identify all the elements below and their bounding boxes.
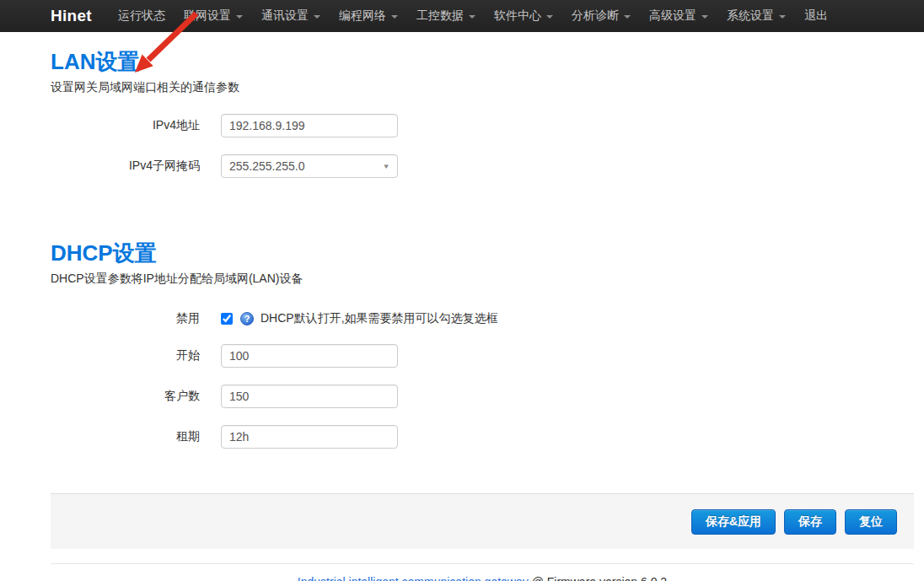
- nav-item-logout[interactable]: 退出: [795, 0, 837, 32]
- nav-item-label: 分析诊断: [572, 8, 619, 24]
- nav-item-network-settings[interactable]: 联网设置: [175, 0, 252, 32]
- nav-item-label: 运行状态: [118, 8, 165, 24]
- dhcp-start-input[interactable]: [221, 344, 398, 368]
- nav-item-label: 退出: [804, 8, 828, 24]
- ipv4-address-input[interactable]: [221, 114, 398, 137]
- nav-item-label: 通讯设置: [261, 8, 309, 24]
- dhcp-start-label: 开始: [51, 348, 200, 363]
- caret-down-icon: [236, 15, 243, 19]
- nav-item-comm-settings[interactable]: 通讯设置: [252, 0, 330, 32]
- dhcp-clients-label: 客户数: [51, 389, 200, 404]
- ipv4-address-label: IPv4地址: [51, 118, 200, 133]
- dhcp-disable-label: 禁用: [51, 311, 200, 326]
- dhcp-lease-label: 租期: [51, 429, 200, 444]
- save-button[interactable]: 保存: [784, 509, 836, 535]
- dhcp-lease-input[interactable]: [221, 425, 398, 449]
- select-dropdown-arrow-icon: ▼: [382, 163, 389, 170]
- ipv4-netmask-select[interactable]: 255.255.255.0 ▼: [221, 154, 398, 178]
- brand-logo[interactable]: Hinet: [51, 7, 92, 25]
- lan-settings-title: LAN设置: [51, 32, 914, 74]
- form-row-dhcp-start: 开始: [51, 344, 914, 368]
- footer-divider: [51, 563, 914, 564]
- nav-item-advanced-settings[interactable]: 高级设置: [640, 0, 717, 32]
- nav-item-analysis-diagnosis[interactable]: 分析诊断: [562, 0, 640, 32]
- nav-item-programming-network[interactable]: 编程网络: [330, 0, 407, 32]
- dhcp-settings-title: DHCP设置: [51, 195, 914, 266]
- caret-down-icon: [624, 15, 631, 19]
- form-row-ipv4-netmask: IPv4子网掩码 255.255.255.0 ▼: [51, 154, 914, 178]
- nav-item-label: 工控数据: [416, 8, 464, 24]
- nav-item-label: 高级设置: [649, 8, 696, 24]
- nav-item-system-settings[interactable]: 系统设置: [717, 0, 795, 32]
- caret-down-icon: [701, 15, 708, 19]
- lan-settings-form: IPv4地址 IPv4子网掩码 255.255.255.0 ▼: [51, 114, 914, 178]
- dhcp-disable-hint: DHCP默认打开,如果需要禁用可以勾选复选框: [261, 311, 498, 326]
- lan-settings-subtitle: 设置网关局域网端口相关的通信参数: [51, 80, 914, 95]
- action-button-bar: 保存&应用 保存 复位: [51, 493, 914, 549]
- nav-item-software-center[interactable]: 软件中心: [485, 0, 562, 32]
- main-content: LAN设置 设置网关局域网端口相关的通信参数 IPv4地址 IPv4子网掩码 2…: [51, 32, 914, 581]
- nav-item-run-status[interactable]: 运行状态: [109, 0, 175, 32]
- nav-item-label: 联网设置: [184, 8, 231, 24]
- dhcp-settings-form: 禁用 ? DHCP默认打开,如果需要禁用可以勾选复选框 开始 客户数 租期: [51, 310, 914, 449]
- dhcp-settings-subtitle: DHCP设置参数将IP地址分配给局域网(LAN)设备: [51, 272, 914, 287]
- form-row-dhcp-clients: 客户数: [51, 385, 914, 408]
- caret-down-icon: [391, 15, 398, 19]
- footer-gateway-link[interactable]: Industrial intelligent communication gat…: [298, 575, 529, 581]
- form-row-dhcp-disable: 禁用 ? DHCP默认打开,如果需要禁用可以勾选复选框: [51, 310, 914, 327]
- footer-firmware-text: @ Firmware version 6.0.2: [529, 575, 667, 581]
- nav-menu: 运行状态 联网设置 通讯设置 编程网络 工控数据 软件中心 分析诊断 高级设置 …: [109, 0, 837, 32]
- nav-item-label: 软件中心: [494, 8, 541, 24]
- form-row-dhcp-lease: 租期: [51, 425, 914, 449]
- footer: Industrial intelligent communication gat…: [51, 575, 914, 581]
- ipv4-netmask-label: IPv4子网掩码: [51, 159, 200, 174]
- top-navbar: Hinet 运行状态 联网设置 通讯设置 编程网络 工控数据 软件中心 分析诊断…: [0, 0, 924, 32]
- nav-item-industrial-data[interactable]: 工控数据: [407, 0, 485, 32]
- dhcp-clients-input[interactable]: [221, 385, 398, 408]
- nav-item-label: 系统设置: [727, 8, 774, 24]
- reset-button[interactable]: 复位: [845, 509, 897, 535]
- nav-item-label: 编程网络: [339, 8, 386, 24]
- dhcp-disable-checkbox[interactable]: [221, 313, 233, 325]
- caret-down-icon: [469, 15, 475, 19]
- save-apply-button[interactable]: 保存&应用: [691, 509, 776, 535]
- form-row-ipv4-address: IPv4地址: [51, 114, 914, 137]
- question-help-icon[interactable]: ?: [240, 312, 254, 325]
- caret-down-icon: [314, 15, 320, 19]
- caret-down-icon: [546, 15, 553, 19]
- ipv4-netmask-selected-value: 255.255.255.0: [229, 159, 305, 173]
- caret-down-icon: [779, 15, 786, 19]
